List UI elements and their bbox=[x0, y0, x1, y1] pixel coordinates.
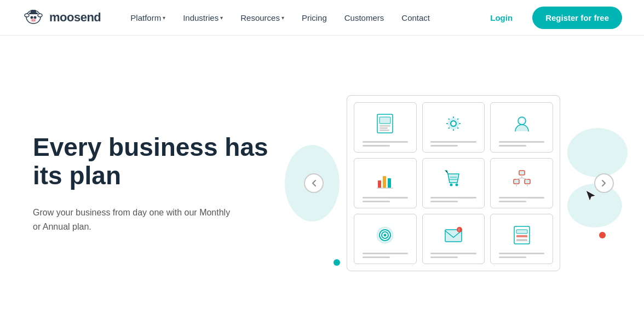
feature-card-lines bbox=[430, 253, 476, 258]
list-icon bbox=[509, 222, 535, 248]
hero-subtitle: Grow your business from day one with our… bbox=[33, 206, 274, 233]
svg-point-20 bbox=[520, 119, 524, 123]
gear-icon bbox=[440, 110, 467, 137]
svg-rect-14 bbox=[380, 127, 388, 129]
logo-text: moosend bbox=[49, 10, 101, 25]
nav-label-customers: Customers bbox=[344, 13, 384, 22]
login-button[interactable]: Login bbox=[481, 9, 521, 27]
feature-card-document bbox=[354, 102, 417, 153]
svg-point-2 bbox=[25, 14, 29, 17]
feature-card-target bbox=[354, 214, 417, 264]
nav-label-platform: Platform bbox=[130, 13, 161, 22]
hero-section: Every business has its plan Grow your bu… bbox=[0, 36, 644, 325]
svg-point-18 bbox=[451, 121, 456, 126]
nav-label-industries: Industries bbox=[183, 13, 219, 22]
svg-rect-27 bbox=[519, 171, 525, 175]
hero-right-visual: ! bbox=[296, 95, 611, 271]
svg-point-25 bbox=[450, 184, 452, 186]
decorative-blob-right-top bbox=[567, 128, 628, 177]
nav-item-contact[interactable]: Contact bbox=[394, 9, 438, 27]
svg-line-31 bbox=[516, 178, 522, 179]
svg-point-26 bbox=[455, 184, 458, 186]
target-icon bbox=[372, 222, 398, 248]
hero-title: Every business has its plan bbox=[33, 133, 274, 191]
feature-card-lines bbox=[430, 141, 476, 147]
svg-point-3 bbox=[38, 14, 42, 17]
svg-rect-15 bbox=[380, 130, 389, 131]
svg-rect-23 bbox=[388, 178, 391, 188]
nav-item-industries[interactable]: Industries ▾ bbox=[175, 9, 231, 27]
chart-icon bbox=[372, 166, 398, 192]
main-nav: Platform ▾ Industries ▾ Resources ▾ Pric… bbox=[123, 9, 481, 27]
svg-rect-22 bbox=[383, 176, 386, 188]
document-icon bbox=[372, 110, 398, 137]
nav-item-customers[interactable]: Customers bbox=[337, 9, 392, 27]
feature-card-lines bbox=[363, 141, 408, 147]
chevron-down-icon: ▾ bbox=[163, 15, 165, 21]
svg-rect-45 bbox=[516, 239, 527, 241]
feature-card-list bbox=[490, 214, 553, 264]
nav-item-resources[interactable]: Resources ▾ bbox=[233, 9, 292, 27]
decorative-dot-red bbox=[599, 232, 606, 238]
shopping-icon bbox=[440, 166, 467, 192]
svg-point-38 bbox=[384, 234, 387, 237]
nav-label-contact: Contact bbox=[401, 13, 430, 22]
chevron-down-icon: ▾ bbox=[220, 15, 223, 21]
feature-card-lines bbox=[499, 253, 544, 258]
feature-grid: ! bbox=[347, 95, 560, 271]
nav-label-resources: Resources bbox=[240, 13, 280, 22]
svg-point-8 bbox=[34, 20, 35, 21]
svg-text:!: ! bbox=[458, 228, 459, 232]
feature-card-lines bbox=[499, 141, 544, 147]
svg-point-6 bbox=[31, 19, 36, 22]
feature-card-user bbox=[490, 102, 553, 153]
main-header: moosend Platform ▾ Industries ▾ Resource… bbox=[0, 0, 644, 36]
svg-rect-13 bbox=[380, 125, 390, 127]
svg-rect-29 bbox=[525, 179, 530, 184]
logo-icon bbox=[22, 6, 45, 29]
header-actions: Login Register for free bbox=[481, 7, 622, 29]
svg-line-32 bbox=[522, 178, 527, 179]
feature-card-gear bbox=[422, 102, 485, 153]
feature-card-lines bbox=[499, 197, 544, 202]
cursor-icon bbox=[584, 189, 597, 207]
register-button[interactable]: Register for free bbox=[532, 7, 622, 29]
logo[interactable]: moosend bbox=[22, 6, 101, 29]
feature-card-shopping bbox=[422, 158, 485, 208]
svg-rect-28 bbox=[514, 179, 519, 184]
hierarchy-icon bbox=[509, 166, 535, 192]
feature-card-lines bbox=[363, 197, 408, 202]
feature-card-chart bbox=[354, 158, 417, 208]
email-icon: ! bbox=[440, 222, 467, 248]
svg-rect-21 bbox=[378, 180, 381, 188]
feature-card-lines bbox=[430, 197, 476, 202]
nav-label-pricing: Pricing bbox=[302, 13, 327, 22]
carousel-prev-button[interactable] bbox=[304, 173, 324, 193]
svg-rect-43 bbox=[516, 230, 527, 233]
svg-point-7 bbox=[32, 20, 33, 21]
chevron-down-icon: ▾ bbox=[281, 15, 284, 21]
hero-left-content: Every business has its plan Grow your bu… bbox=[33, 133, 296, 234]
nav-item-platform[interactable]: Platform ▾ bbox=[123, 9, 173, 27]
user-icon bbox=[509, 110, 535, 137]
feature-card-lines bbox=[363, 253, 408, 258]
decorative-dot-teal bbox=[334, 259, 340, 266]
feature-card-hierarchy bbox=[490, 158, 553, 208]
svg-rect-44 bbox=[516, 235, 527, 237]
feature-card-email: ! bbox=[422, 214, 485, 264]
nav-item-pricing[interactable]: Pricing bbox=[294, 9, 335, 27]
svg-rect-10 bbox=[29, 13, 38, 14]
svg-rect-12 bbox=[380, 117, 390, 124]
feature-grid-container: ! bbox=[347, 95, 560, 271]
